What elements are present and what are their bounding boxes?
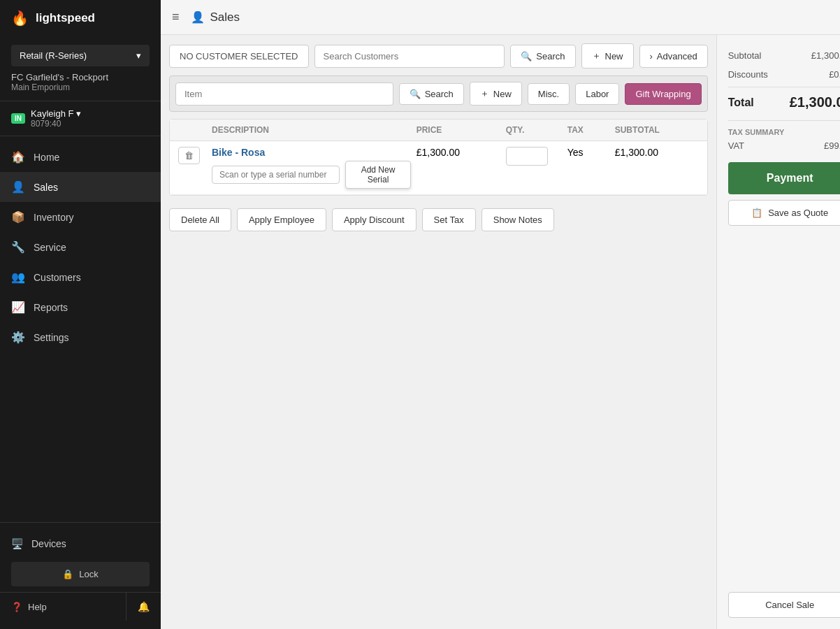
quote-icon: 📋 [751,208,762,218]
col-tax: TAX [567,125,609,135]
store-selector[interactable]: Retail (R-Series) ▾ [11,45,150,66]
chevron-right-icon: › [650,51,653,62]
customer-search-input[interactable] [314,45,505,68]
subtotal-row: Subtotal £1,300.00 [728,46,840,65]
spacer [728,226,840,592]
sidebar-footer: ❓ Help 🔔 [0,592,161,621]
content-area: NO CUSTOMER SELECTED 🔍 Search ＋ New › Ad… [161,35,840,629]
lock-label: Lock [79,569,98,579]
discounts-value: £0.00 [829,69,840,80]
devices-icon: 🖥️ [11,538,23,549]
user-name: Kayleigh F ▾ [31,108,81,119]
item-search-input[interactable] [175,82,393,106]
action-bar: Delete All Apply Employee Apply Discount… [169,203,708,237]
qty-input[interactable]: 1 [506,147,548,166]
row-tax-cell: Yes [567,147,609,158]
apply-employee-button[interactable]: Apply Employee [237,208,326,231]
sidebar-item-label: Inventory [34,212,74,223]
col-qty: QTY. [506,125,562,135]
row-delete-cell: 🗑 [178,147,206,164]
chevron-down-icon: ▾ [136,50,141,61]
item-subtotal: £1,300.00 [615,147,658,158]
item-price: £1,300.00 [417,147,460,158]
page-title: Sales [210,10,240,24]
item-search-button[interactable]: 🔍 Search [399,83,464,105]
sidebar-nav: 🏠 Home 👤 Sales 📦 Inventory 🔧 Service 👥 C… [0,136,161,522]
col-description: DESCRIPTION [212,125,411,135]
sidebar-item-home[interactable]: 🏠 Home [0,142,161,172]
logo-text: lightspeed [36,11,95,25]
misc-button[interactable]: Misc. [528,83,570,105]
plus-icon: ＋ [592,50,601,62]
serial-area: Add New Serial [212,161,411,189]
reports-icon: 📈 [11,301,25,314]
home-icon: 🏠 [11,150,25,164]
cancel-sale-button[interactable]: Cancel Sale [728,592,840,618]
search-icon: 🔍 [410,89,421,99]
main-content: ≡ 👤 Sales NO CUSTOMER SELECTED 🔍 Search … [161,0,840,629]
logo-area: 🔥 lightspeed [0,0,161,36]
delete-all-button[interactable]: Delete All [169,208,231,231]
item-bar: 🔍 Search ＋ New Misc. Labor Gift Wrapping [169,75,708,112]
col-actions [178,125,206,135]
serial-input[interactable] [212,166,340,184]
sidebar-item-sales[interactable]: 👤 Sales [0,172,161,202]
item-new-button[interactable]: ＋ New [470,82,522,106]
sidebar-item-label: Sales [34,182,58,193]
discounts-row: Discounts £0.00 [728,65,840,84]
apply-discount-button[interactable]: Apply Discount [332,208,417,231]
customers-icon: 👥 [11,270,25,284]
sidebar-bottom: 🖥️ Devices 🔒 Lock ❓ Help 🔔 [0,522,161,629]
lock-icon: 🔒 [62,569,73,579]
help-icon: ❓ [11,602,22,612]
lock-button[interactable]: 🔒 Lock [11,562,150,586]
user-info: IN Kayleigh F ▾ 8079:40 [11,108,81,129]
vat-row: VAT £99.08 [728,140,840,151]
set-tax-button[interactable]: Set Tax [422,208,476,231]
user-status-badge: IN [11,113,25,124]
user-area[interactable]: IN Kayleigh F ▾ 8079:40 [0,101,161,136]
customer-new-button[interactable]: ＋ New [581,43,634,68]
sidebar-item-inventory[interactable]: 📦 Inventory [0,202,161,232]
page-icon: 👤 [191,10,205,24]
inventory-icon: 📦 [11,210,25,224]
show-notes-button[interactable]: Show Notes [481,208,554,231]
menu-icon[interactable]: ≡ [172,10,180,24]
no-customer-button[interactable]: NO CUSTOMER SELECTED [169,45,309,68]
table-header: DESCRIPTION PRICE QTY. TAX SUBTOTAL [170,120,707,141]
add-serial-button[interactable]: Add New Serial [345,161,410,189]
store-selector-label: Retail (R-Series) [20,50,87,61]
sales-icon: 👤 [11,180,25,194]
delete-row-button[interactable]: 🗑 [178,147,200,164]
store-sub: Main Emporium [11,82,150,92]
row-qty-cell: 1 [506,147,562,166]
save-quote-button[interactable]: 📋 Save as Quote [728,200,840,226]
sidebar-item-label: Customers [34,272,81,283]
subtotal-label: Subtotal [728,50,762,61]
devices-label: Devices [31,538,66,549]
sidebar-item-service[interactable]: 🔧 Service [0,232,161,262]
advanced-button[interactable]: › Advanced [639,45,708,68]
plus-icon: ＋ [480,87,489,100]
user-chevron-icon: ▾ [76,108,81,119]
bell-icon: 🔔 [138,601,150,612]
sidebar-item-settings[interactable]: ⚙️ Settings [0,322,161,352]
row-subtotal-cell: £1,300.00 [615,147,699,158]
sidebar-item-label: Reports [34,302,68,313]
gift-wrapping-button[interactable]: Gift Wrapping [625,83,701,105]
user-time: 8079:40 [31,119,81,129]
sidebar-item-customers[interactable]: 👥 Customers [0,262,161,292]
customer-search-button[interactable]: 🔍 Search [510,45,575,68]
bell-button[interactable]: 🔔 [126,593,161,621]
help-label: Help [28,602,47,612]
labor-button[interactable]: Labor [575,83,619,105]
table-row: 🗑 Bike - Rosa Add New Serial £1,300.00 1 [170,141,707,195]
discounts-label: Discounts [728,69,768,80]
tax-summary-title: TAX SUMMARY [728,128,840,136]
sidebar-item-devices[interactable]: 🖥️ Devices [0,531,161,556]
sidebar-item-reports[interactable]: 📈 Reports [0,292,161,322]
payment-button[interactable]: Payment [728,162,840,194]
help-button[interactable]: ❓ Help [0,593,126,621]
sidebar-item-label: Home [34,152,59,163]
total-row: Total £1,300.00 [728,87,840,117]
